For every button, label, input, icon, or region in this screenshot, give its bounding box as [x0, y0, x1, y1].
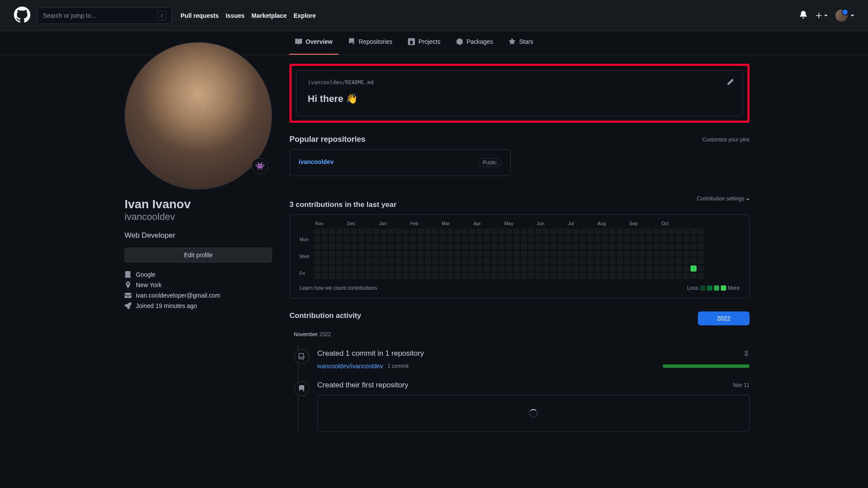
- month-label: Jan: [379, 221, 387, 226]
- header-right: [799, 10, 854, 22]
- tab-stars[interactable]: Stars: [503, 31, 539, 55]
- email-text: ivan.cooldeveloper@gmail.com: [136, 292, 220, 299]
- day-label: Mon: [299, 237, 314, 242]
- tab-overview[interactable]: Overview: [289, 31, 339, 55]
- timeline-item-date: Nov 11: [733, 382, 750, 388]
- timeline-month-year: 2022: [319, 331, 331, 337]
- contributions-title: 3 contributions in the last year: [289, 200, 397, 209]
- customize-pins-link[interactable]: Customize your pins: [702, 137, 750, 143]
- timeline-item-title: Created their first repository: [317, 381, 408, 390]
- contribution-graph: Nov Dec Jan Feb Mar Apr May Jun Jul Aug …: [289, 214, 750, 298]
- legend-cell: [707, 285, 712, 291]
- readme-highlight: ivancooldev/README.md Hi there 👋: [289, 64, 750, 123]
- collapse-icon[interactable]: ⇳: [743, 349, 750, 358]
- readme-path: ivancooldev/README.md: [308, 79, 731, 85]
- nav-issues[interactable]: Issues: [226, 12, 245, 19]
- profile-login: ivancooldev: [125, 211, 272, 223]
- month-label: Mar: [442, 221, 450, 226]
- month-label: Nov: [315, 221, 324, 226]
- timeline-item-first-repo: Created their first repository Nov 11: [294, 381, 750, 432]
- slash-key-hint: /: [158, 11, 166, 20]
- month-label: Dec: [347, 221, 356, 226]
- month-label: Feb: [410, 221, 418, 226]
- primary-nav: Pull requests Issues Marketplace Explore: [181, 12, 316, 19]
- timeline-item-commits: Created 1 commit in 1 repository ⇳ ivanc…: [294, 349, 750, 370]
- repo-icon: [294, 381, 309, 396]
- readme-path-user: ivancooldev: [308, 79, 342, 85]
- timeline-month-name: November: [294, 331, 318, 337]
- timeline-month: November 2022: [294, 331, 750, 337]
- readme-heading: Hi there 👋: [308, 93, 731, 105]
- global-header: / Pull requests Issues Marketplace Explo…: [0, 0, 868, 31]
- caret-down-icon: [824, 15, 828, 16]
- mail-icon: [125, 292, 132, 299]
- repo-name-link[interactable]: ivancooldev: [299, 158, 334, 165]
- github-logo[interactable]: [14, 7, 30, 24]
- tab-packages[interactable]: Packages: [450, 31, 499, 55]
- nav-explore[interactable]: Explore: [293, 12, 316, 19]
- legend-less: Less: [687, 285, 698, 291]
- month-label: Apr: [473, 221, 481, 226]
- loading-spinner: [529, 409, 538, 418]
- popular-repos-title: Popular repositories: [289, 135, 365, 144]
- day-label: Wed: [299, 254, 314, 259]
- status-emoji[interactable]: 👾: [252, 158, 268, 174]
- nav-marketplace[interactable]: Marketplace: [252, 12, 287, 19]
- activity-title: Contribution activity: [289, 311, 361, 320]
- tab-projects[interactable]: Projects: [402, 31, 447, 55]
- vcard-joined: Joined 19 minutes ago: [125, 302, 272, 309]
- search-box[interactable]: /: [37, 7, 172, 24]
- timeline-repo-link[interactable]: ivancooldev/ivancooldev: [317, 363, 383, 370]
- nav-pull-requests[interactable]: Pull requests: [181, 12, 219, 19]
- contribution-settings-label: Contribution settings: [697, 196, 744, 202]
- month-label: Aug: [598, 221, 606, 226]
- contribution-settings-dropdown[interactable]: Contribution settings: [697, 196, 750, 202]
- edit-profile-button[interactable]: Edit profile: [125, 248, 272, 262]
- profile-name: Ivan Ivanov: [125, 197, 272, 211]
- graph-months: Nov Dec Jan Feb Mar Apr May Jun Jul Aug …: [315, 221, 740, 226]
- year-filter-2022[interactable]: 2022: [698, 311, 750, 325]
- tab-label: Packages: [467, 38, 493, 45]
- vcard-company: Google: [125, 271, 272, 278]
- search-input[interactable]: [43, 12, 158, 19]
- vcard: Google New York ivan.cooldeveloper@gmail…: [125, 271, 272, 309]
- tab-label: Overview: [306, 38, 332, 45]
- readme-path-ext: .md: [364, 79, 374, 85]
- visibility-badge: Public: [478, 158, 502, 167]
- tab-label: Projects: [418, 38, 441, 45]
- location-text: New York: [136, 282, 161, 288]
- commit-progress-bar: [663, 364, 750, 368]
- caret-down-icon: [851, 15, 854, 16]
- profile-avatar[interactable]: 👾: [125, 42, 272, 190]
- contribution-cells[interactable]: [314, 229, 704, 279]
- readme-path-sep: /: [342, 79, 345, 85]
- avatar: [835, 10, 848, 22]
- legend-cell: [721, 285, 726, 291]
- notifications-icon[interactable]: [799, 11, 807, 20]
- user-menu[interactable]: [835, 10, 854, 22]
- readme-path-file: README: [345, 79, 364, 85]
- legend-more: More: [728, 285, 740, 291]
- company-text: Google: [136, 271, 155, 278]
- legend-cell: [714, 285, 719, 291]
- legend-cell: [700, 285, 705, 291]
- timeline-commit-count: 1 commit: [388, 363, 409, 369]
- create-new-dropdown[interactable]: [815, 12, 828, 20]
- month-label: Jul: [568, 221, 574, 226]
- edit-readme-button[interactable]: [727, 79, 734, 87]
- learn-contributions-link[interactable]: Learn how we count contributions: [299, 285, 377, 291]
- month-label: Sep: [629, 221, 638, 226]
- repo-card[interactable]: ivancooldev Public: [289, 149, 511, 176]
- profile-readme: ivancooldev/README.md Hi there 👋: [296, 70, 743, 116]
- day-label: Fri: [299, 271, 314, 276]
- rocket-icon: [125, 302, 132, 309]
- month-label: May: [504, 221, 513, 226]
- repo-push-icon: [294, 349, 309, 364]
- contribution-legend: Less More: [687, 285, 740, 291]
- timeline-item-title: Created 1 commit in 1 repository: [317, 349, 424, 358]
- profile-bio: Web Developer: [125, 231, 272, 240]
- location-icon: [125, 282, 132, 288]
- first-repo-panel: [317, 395, 750, 432]
- vcard-email[interactable]: ivan.cooldeveloper@gmail.com: [125, 292, 272, 299]
- tab-repositories[interactable]: Repositories: [342, 31, 398, 55]
